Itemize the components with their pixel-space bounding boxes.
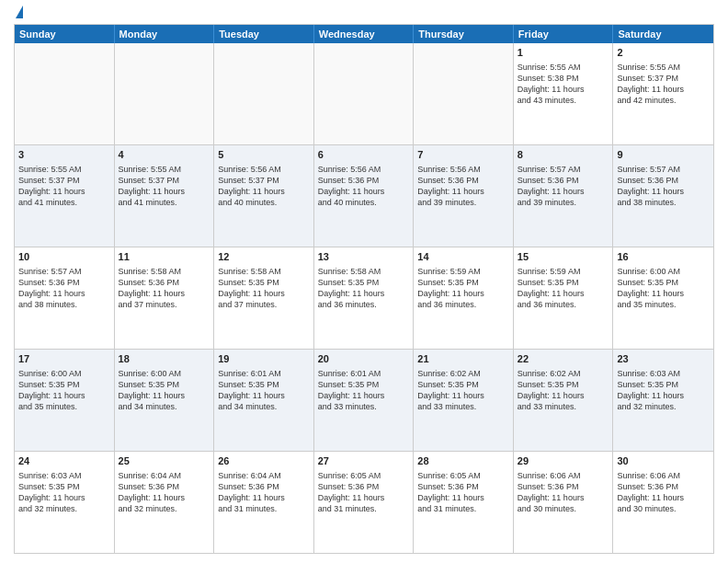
day-info-line: and 36 minutes.	[318, 299, 410, 310]
day-info-line: Daylight: 11 hours	[18, 492, 110, 503]
day-info-line: and 30 minutes.	[518, 503, 609, 514]
day-number: 3	[18, 148, 110, 162]
day-info-line: Sunrise: 5:59 AM	[518, 266, 609, 277]
day-cell-10: 10Sunrise: 5:57 AMSunset: 5:36 PMDayligh…	[15, 247, 115, 349]
day-info-line: Daylight: 11 hours	[119, 288, 210, 299]
day-info-line: Sunset: 5:35 PM	[518, 277, 609, 288]
day-info-line: Daylight: 11 hours	[417, 186, 509, 197]
day-info-line: Sunset: 5:35 PM	[518, 379, 609, 390]
day-info-line: and 35 minutes.	[617, 299, 710, 310]
day-info-line: Daylight: 11 hours	[318, 390, 410, 401]
day-cell-6: 6Sunrise: 5:56 AMSunset: 5:36 PMDaylight…	[314, 145, 415, 247]
day-number: 1	[518, 46, 609, 60]
day-info-line: Sunset: 5:37 PM	[617, 73, 710, 84]
day-info-line: Sunset: 5:35 PM	[417, 277, 509, 288]
day-cell-17: 17Sunrise: 6:00 AMSunset: 5:35 PMDayligh…	[15, 350, 115, 451]
day-cell-20: 20Sunrise: 6:01 AMSunset: 5:35 PMDayligh…	[314, 350, 415, 451]
day-cell-5: 5Sunrise: 5:56 AMSunset: 5:37 PMDaylight…	[214, 145, 314, 247]
day-info-line: Sunrise: 6:01 AM	[218, 368, 310, 379]
day-info-line: Daylight: 11 hours	[417, 492, 509, 503]
day-info-line: Sunrise: 5:55 AM	[18, 164, 110, 175]
day-number: 26	[218, 454, 310, 468]
day-cell-27: 27Sunrise: 6:05 AMSunset: 5:36 PMDayligh…	[314, 452, 415, 553]
day-info-line: Sunrise: 6:04 AM	[119, 470, 210, 481]
day-number: 12	[218, 250, 310, 264]
day-info-line: Daylight: 11 hours	[318, 186, 410, 197]
day-info-line: Sunset: 5:36 PM	[518, 175, 609, 186]
day-number: 5	[218, 148, 310, 162]
day-header-monday: Monday	[115, 25, 215, 43]
day-number: 27	[318, 454, 410, 468]
day-cell-23: 23Sunrise: 6:03 AMSunset: 5:35 PMDayligh…	[613, 350, 713, 451]
day-info-line: Daylight: 11 hours	[518, 390, 609, 401]
day-info-line: and 31 minutes.	[218, 503, 310, 514]
day-info-line: Daylight: 11 hours	[119, 390, 210, 401]
day-info-line: and 37 minutes.	[218, 299, 310, 310]
day-info-line: Sunrise: 6:02 AM	[518, 368, 609, 379]
day-info-line: Daylight: 11 hours	[417, 390, 509, 401]
day-cell-15: 15Sunrise: 5:59 AMSunset: 5:35 PMDayligh…	[514, 247, 614, 349]
calendar-row-1: 3Sunrise: 5:55 AMSunset: 5:37 PMDaylight…	[15, 145, 713, 247]
day-info-line: Sunset: 5:35 PM	[218, 277, 310, 288]
day-info-line: Daylight: 11 hours	[218, 390, 310, 401]
day-info-line: and 38 minutes.	[18, 299, 110, 310]
day-info-line: Sunrise: 6:00 AM	[119, 368, 210, 379]
day-info-line: and 32 minutes.	[18, 503, 110, 514]
day-header-thursday: Thursday	[414, 25, 514, 43]
day-info-line: Sunrise: 5:58 AM	[119, 266, 210, 277]
day-cell-1: 1Sunrise: 5:55 AMSunset: 5:38 PMDaylight…	[514, 43, 614, 144]
day-header-sunday: Sunday	[15, 25, 115, 43]
day-info-line: and 43 minutes.	[518, 95, 609, 106]
empty-cell-0-3	[314, 43, 415, 144]
logo-triangle-icon	[16, 6, 23, 18]
day-info-line: and 30 minutes.	[617, 503, 710, 514]
day-info-line: Sunset: 5:36 PM	[417, 175, 509, 186]
day-info-line: Sunset: 5:38 PM	[518, 73, 609, 84]
day-info-line: Sunrise: 5:59 AM	[417, 266, 509, 277]
day-info-line: Daylight: 11 hours	[617, 288, 710, 299]
day-cell-13: 13Sunrise: 5:58 AMSunset: 5:35 PMDayligh…	[314, 247, 415, 349]
day-info-line: and 41 minutes.	[18, 197, 110, 208]
day-info-line: Sunrise: 6:02 AM	[417, 368, 509, 379]
day-info-line: and 36 minutes.	[518, 299, 609, 310]
day-info-line: and 33 minutes.	[417, 401, 509, 412]
day-number: 16	[617, 250, 710, 264]
day-info-line: Sunset: 5:35 PM	[417, 379, 509, 390]
day-info-line: and 34 minutes.	[119, 401, 210, 412]
day-number: 4	[119, 148, 210, 162]
logo-text	[14, 9, 23, 18]
day-info-line: and 42 minutes.	[617, 95, 710, 106]
calendar-row-0: 1Sunrise: 5:55 AMSunset: 5:38 PMDaylight…	[15, 43, 713, 145]
day-number: 19	[218, 352, 310, 366]
day-info-line: Sunrise: 6:06 AM	[518, 470, 609, 481]
day-number: 11	[119, 250, 210, 264]
day-info-line: Sunrise: 5:57 AM	[518, 164, 609, 175]
day-info-line: Sunset: 5:37 PM	[218, 175, 310, 186]
day-info-line: Sunset: 5:35 PM	[318, 277, 410, 288]
day-info-line: Sunset: 5:37 PM	[119, 175, 210, 186]
day-info-line: Daylight: 11 hours	[318, 492, 410, 503]
day-cell-7: 7Sunrise: 5:56 AMSunset: 5:36 PMDaylight…	[414, 145, 514, 247]
logo	[14, 9, 23, 18]
day-cell-28: 28Sunrise: 6:05 AMSunset: 5:36 PMDayligh…	[414, 452, 514, 553]
day-info-line: Sunrise: 5:57 AM	[617, 164, 710, 175]
day-header-tuesday: Tuesday	[214, 25, 314, 43]
day-number: 7	[417, 148, 509, 162]
day-cell-29: 29Sunrise: 6:06 AMSunset: 5:36 PMDayligh…	[514, 452, 614, 553]
day-info-line: Sunrise: 6:05 AM	[318, 470, 410, 481]
day-info-line: Daylight: 11 hours	[518, 84, 609, 95]
day-info-line: and 37 minutes.	[119, 299, 210, 310]
day-info-line: Sunrise: 5:58 AM	[318, 266, 410, 277]
day-info-line: and 38 minutes.	[617, 197, 710, 208]
day-info-line: and 31 minutes.	[417, 503, 509, 514]
day-info-line: Daylight: 11 hours	[518, 186, 609, 197]
day-info-line: Sunrise: 5:57 AM	[18, 266, 110, 277]
day-info-line: and 32 minutes.	[617, 401, 710, 412]
day-number: 9	[617, 148, 710, 162]
empty-cell-0-2	[214, 43, 314, 144]
calendar-row-3: 17Sunrise: 6:00 AMSunset: 5:35 PMDayligh…	[15, 350, 713, 452]
day-number: 28	[417, 454, 509, 468]
day-number: 8	[518, 148, 609, 162]
day-info-line: Sunrise: 6:05 AM	[417, 470, 509, 481]
day-cell-22: 22Sunrise: 6:02 AMSunset: 5:35 PMDayligh…	[514, 350, 614, 451]
